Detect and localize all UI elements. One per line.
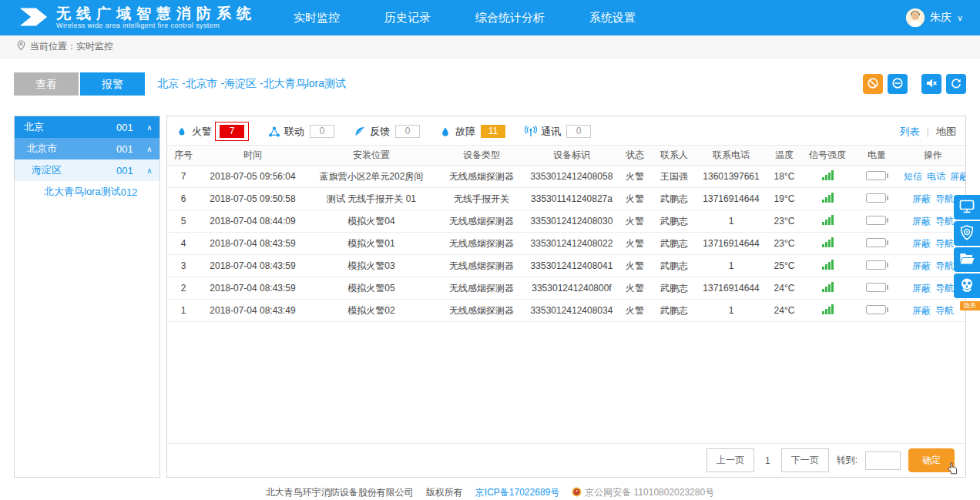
police-record: 京公网安备 11010802023280号 xyxy=(572,486,714,499)
action-link[interactable]: 屏蔽 xyxy=(950,171,965,182)
column-header: 温度 xyxy=(767,146,802,166)
signal-strength-icon xyxy=(822,237,834,247)
collapse-icon[interactable]: ∧ xyxy=(139,166,159,175)
action-link[interactable]: 电话 xyxy=(927,171,945,182)
action-link[interactable]: 屏蔽 xyxy=(912,238,931,249)
region-tree-panel: 北京001∧北京市001∧海淀区001∧北大青鸟lora测试012 xyxy=(14,116,160,478)
breadcrumb: 当前位置：实时监控 xyxy=(30,40,113,53)
column-header: 设备标识 xyxy=(526,146,617,166)
table-row: 22018-07-04 08:43:59模拟火警05无线感烟探测器3353012… xyxy=(167,277,965,300)
dock-shield-gear-button[interactable] xyxy=(954,221,980,246)
table-empty-area xyxy=(167,322,965,443)
table-row: 62018-07-05 09:50:58测试 无线手报开关 01无线手报开关33… xyxy=(167,188,965,210)
action-link[interactable]: 导航 xyxy=(935,305,954,316)
icp-link[interactable]: 京ICP备17022689号 xyxy=(475,486,559,499)
pagination: 上一页 1 下一页 转到: 确定 xyxy=(167,443,965,477)
action-link[interactable]: 短信 xyxy=(904,171,922,182)
filter-count-badge: 7 xyxy=(220,125,244,138)
nav-item-3[interactable]: 综合统计分析 xyxy=(475,11,545,25)
linkage-icon xyxy=(267,126,281,138)
filter-comm[interactable]: 通讯0 xyxy=(524,125,591,139)
app-subtitle: Wireless wide area intelligent fire cont… xyxy=(56,22,257,29)
collapse-icon[interactable]: ∧ xyxy=(139,145,159,153)
column-header: 序号 xyxy=(167,146,200,166)
battery-icon xyxy=(866,238,888,247)
main-nav: 实时监控历史记录综合统计分析系统设置 xyxy=(294,11,636,25)
filter-toolbar: 火警7联动0反馈0故障11通讯0 列表|地图 xyxy=(167,116,965,145)
filter-linkage[interactable]: 联动0 xyxy=(267,125,334,139)
goto-page-input[interactable] xyxy=(865,451,901,470)
column-header: 操作 xyxy=(901,146,965,166)
tab-1[interactable]: 查看 xyxy=(14,72,79,96)
action-link[interactable]: 屏蔽 xyxy=(912,216,931,227)
ban-icon xyxy=(867,77,879,92)
next-page-button[interactable]: 下一页 xyxy=(781,448,829,472)
filter-flame[interactable]: 火警7 xyxy=(175,122,249,141)
tree-item-4[interactable]: 北大青鸟lora测试012 xyxy=(15,181,159,203)
current-page: 1 xyxy=(762,455,774,466)
dock-gas-mask-button[interactable] xyxy=(954,273,980,298)
filter-feedback[interactable]: 反馈0 xyxy=(353,125,420,139)
tree-item-3[interactable]: 海淀区001∧ xyxy=(15,159,159,181)
minus-circle-button[interactable] xyxy=(888,74,908,94)
fault-icon xyxy=(438,126,452,138)
action-link[interactable]: 屏蔽 xyxy=(912,193,931,204)
ban-button[interactable] xyxy=(863,74,883,94)
action-link[interactable]: 导航 xyxy=(935,283,954,294)
column-header: 联系人 xyxy=(653,146,696,166)
user-menu[interactable]: 朱庆 ∨ xyxy=(906,8,963,27)
goto-label: 转到: xyxy=(837,454,858,467)
dock-tag-hidden-danger[interactable]: 隐患 xyxy=(960,301,980,310)
mute-icon xyxy=(925,77,938,92)
nav-item-2[interactable]: 历史记录 xyxy=(384,11,431,25)
filter-fault[interactable]: 故障11 xyxy=(438,125,505,139)
nav-item-4[interactable]: 系统设置 xyxy=(589,11,636,25)
dock-folder-button[interactable] xyxy=(954,247,980,272)
action-link[interactable]: 导航 xyxy=(935,238,954,249)
filter-group: 火警7联动0反馈0故障11通讯0 xyxy=(175,122,609,141)
prev-page-button[interactable]: 上一页 xyxy=(706,448,754,472)
status-badge: 火警 xyxy=(617,255,653,277)
emblem-icon xyxy=(572,487,582,499)
column-header: 信号强度 xyxy=(802,146,853,166)
column-header: 设备类型 xyxy=(437,146,526,166)
tree-item-1[interactable]: 北京001∧ xyxy=(15,116,159,138)
confirm-button[interactable]: 确定 xyxy=(908,448,955,472)
action-link[interactable]: 导航 xyxy=(935,216,954,227)
refresh-button[interactable] xyxy=(946,74,966,94)
view-switch-divider: | xyxy=(927,126,929,137)
action-link[interactable]: 屏蔽 xyxy=(912,283,931,294)
side-dock: 隐患 xyxy=(954,195,980,310)
tree-item-2[interactable]: 北京市001∧ xyxy=(15,138,159,159)
view-map-link[interactable]: 地图 xyxy=(936,126,956,137)
app-header: 无线广域智慧消防系统 Wireless wide area intelligen… xyxy=(0,0,980,35)
column-header: 状态 xyxy=(617,146,653,166)
alarm-tool-buttons xyxy=(863,74,966,94)
nav-item-1[interactable]: 实时监控 xyxy=(294,11,340,25)
chevron-down-icon: ∨ xyxy=(957,13,963,23)
filter-count-badge: 0 xyxy=(566,125,591,138)
app-logo: 无线广域智慧消防系统 Wireless wide area intelligen… xyxy=(17,5,257,31)
alarm-table-panel: 火警7联动0反馈0故障11通讯0 列表|地图 序号时间安装位置设备类型设备标识状… xyxy=(166,116,966,478)
page-footer: 北大青鸟环宇消防设备股份有限公司 版权所有 京ICP备17022689号 京公网… xyxy=(0,486,980,499)
dock-monitor-button[interactable] xyxy=(954,195,980,220)
action-link[interactable]: 屏蔽 xyxy=(912,260,931,271)
signal-strength-icon xyxy=(822,260,834,270)
tab-2[interactable]: 报警 xyxy=(80,72,145,96)
company-name: 北大青鸟环宇消防设备股份有限公司 xyxy=(266,486,414,499)
action-link[interactable]: 导航 xyxy=(935,260,954,271)
tab-group: 查看报警 xyxy=(14,72,145,96)
table-header-row: 序号时间安装位置设备类型设备标识状态联系人联系电话温度信号强度电量操作 xyxy=(167,146,965,166)
folder-icon xyxy=(959,252,975,267)
column-header: 联系电话 xyxy=(696,146,767,166)
status-badge: 火警 xyxy=(617,233,653,255)
action-link[interactable]: 屏蔽 xyxy=(912,305,931,316)
mute-button[interactable] xyxy=(921,74,941,94)
action-link[interactable]: 导航 xyxy=(935,193,954,204)
collapse-icon[interactable]: ∧ xyxy=(139,123,159,132)
tabs-row: 查看报警 北京 -北京市 -海淀区 -北大青鸟lora测试 xyxy=(14,72,966,96)
signal-strength-icon xyxy=(822,193,834,203)
battery-icon xyxy=(866,171,888,180)
view-list-link[interactable]: 列表 xyxy=(900,126,920,137)
avatar xyxy=(906,8,925,27)
